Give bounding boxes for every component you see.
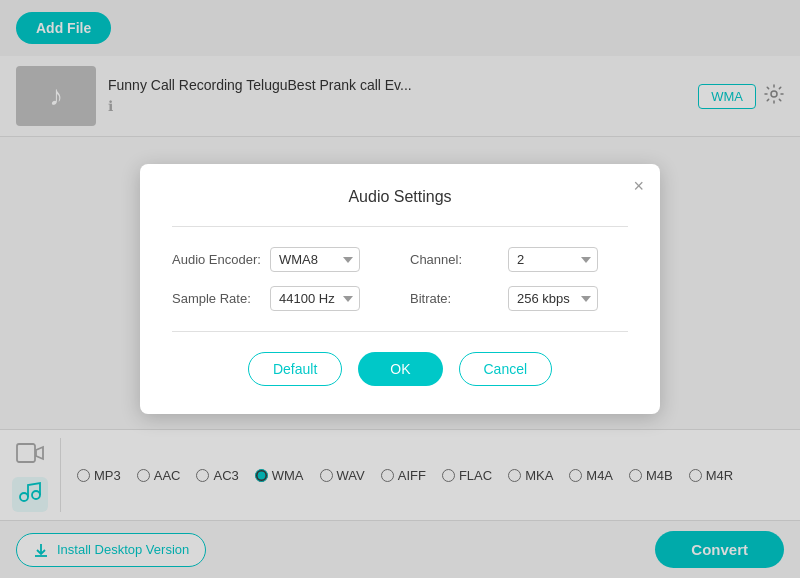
default-button[interactable]: Default — [248, 352, 342, 386]
modal-buttons: Default OK Cancel — [172, 352, 628, 386]
form-grid: Audio Encoder: WMA8 WMA MP3 AAC Channel:… — [172, 247, 628, 311]
modal-bottom-divider — [172, 331, 628, 332]
audio-settings-modal: × Audio Settings Audio Encoder: WMA8 WMA… — [140, 164, 660, 414]
modal-top-divider — [172, 226, 628, 227]
audio-encoder-select[interactable]: WMA8 WMA MP3 AAC — [270, 247, 360, 272]
modal-title: Audio Settings — [172, 188, 628, 206]
sample-rate-row: Sample Rate: 44100 Hz 22050 Hz 11025 Hz … — [172, 286, 390, 311]
channel-row: Channel: 2 1 4 6 — [410, 247, 628, 272]
ok-button[interactable]: OK — [358, 352, 442, 386]
audio-encoder-label: Audio Encoder: — [172, 252, 262, 267]
modal-overlay: × Audio Settings Audio Encoder: WMA8 WMA… — [0, 0, 800, 578]
modal-close-button[interactable]: × — [633, 176, 644, 197]
bitrate-select[interactable]: 256 kbps 128 kbps 192 kbps 320 kbps — [508, 286, 598, 311]
cancel-button[interactable]: Cancel — [459, 352, 553, 386]
sample-rate-select[interactable]: 44100 Hz 22050 Hz 11025 Hz 8000 Hz — [270, 286, 360, 311]
channel-label: Channel: — [410, 252, 500, 267]
channel-select[interactable]: 2 1 4 6 — [508, 247, 598, 272]
bitrate-row: Bitrate: 256 kbps 128 kbps 192 kbps 320 … — [410, 286, 628, 311]
bitrate-label: Bitrate: — [410, 291, 500, 306]
sample-rate-label: Sample Rate: — [172, 291, 262, 306]
audio-encoder-row: Audio Encoder: WMA8 WMA MP3 AAC — [172, 247, 390, 272]
